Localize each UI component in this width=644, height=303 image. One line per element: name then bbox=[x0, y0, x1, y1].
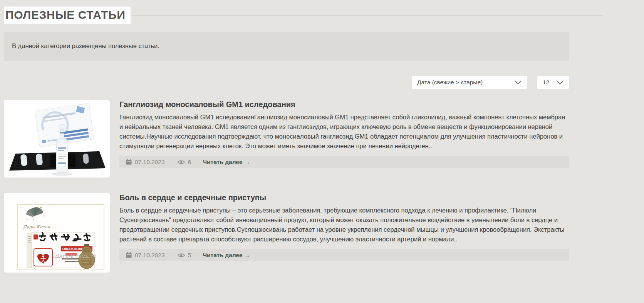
read-more-link[interactable]: Читать далее → bbox=[203, 252, 250, 259]
page-title: ПОЛЕЗНЫЕ СТАТЬИ bbox=[4, 7, 131, 24]
eye-icon bbox=[178, 160, 185, 164]
article-content: Ганглиозид моносиаловый GM1 иследования … bbox=[119, 100, 569, 177]
eye-icon bbox=[178, 253, 185, 258]
article-excerpt: Ганглиозид моносиаловый GM1 иследованияГ… bbox=[119, 112, 569, 151]
article-row-partial bbox=[4, 297, 569, 303]
article-meta-bar: 07.10.2023 5 Читать далее → bbox=[119, 249, 569, 261]
category-description-text: В данной категории размещены полезные ст… bbox=[12, 42, 159, 49]
photo-watermark-text: dary-kitaya.ru bbox=[55, 253, 97, 260]
dary-kitaya-logo-text: Дары Китая bbox=[23, 224, 50, 229]
publish-date-text: 07.10.2023 bbox=[135, 252, 165, 259]
sort-select[interactable]: Дата (свежие > старые) bbox=[412, 76, 527, 89]
publish-date-text: 07.10.2023 bbox=[135, 159, 165, 166]
calendar-icon bbox=[126, 252, 132, 258]
sort-select-value: Дата (свежие > старые) bbox=[417, 79, 515, 86]
read-more-link[interactable]: Читать далее → bbox=[203, 159, 250, 166]
views-count-text: 5 bbox=[188, 252, 191, 259]
article-thumbnail-gm1[interactable] bbox=[4, 100, 110, 177]
publish-date: 07.10.2023 bbox=[126, 252, 165, 259]
ampoules-product-photo bbox=[4, 100, 110, 177]
article-row-gm1: Ганглиозид моносиаловый GM1 иследования … bbox=[4, 100, 569, 186]
per-page-select-value: 12 bbox=[543, 79, 557, 86]
article-meta-bar: 07.10.2023 6 Читать далее → bbox=[119, 156, 569, 168]
article-thumbnail-heart[interactable]: Дары Китая bbox=[4, 193, 110, 273]
suxiao-jiuxin-product-photo: Дары Китая bbox=[4, 193, 110, 273]
list-toolbar: Дата (свежие > старые) 12 bbox=[4, 76, 569, 89]
views-counter: 6 bbox=[178, 159, 191, 166]
article-list: Ганглиозид моносиаловый GM1 иследования … bbox=[4, 100, 569, 303]
useful-articles-page: ПОЛЕЗНЫЕ СТАТЬИ В данной категории разме… bbox=[0, 7, 644, 303]
article-title[interactable]: Боль в сердце и сердечные приступы bbox=[119, 193, 569, 202]
article-excerpt: Боль в сердце и сердечные приступы – это… bbox=[119, 206, 569, 244]
views-counter: 5 bbox=[178, 252, 191, 259]
publish-date: 07.10.2023 bbox=[126, 159, 165, 166]
calendar-icon bbox=[126, 159, 132, 165]
page-header: ПОЛЕЗНЫЕ СТАТЬИ bbox=[4, 7, 603, 24]
box-latin-name-text: UXIAOJIUXIN bbox=[62, 247, 85, 251]
chevron-down-icon bbox=[557, 80, 564, 84]
article-title[interactable]: Ганглиозид моносиаловый GM1 иследования bbox=[119, 100, 569, 109]
chevron-down-icon bbox=[515, 80, 522, 84]
category-description-panel: В данной категории размещены полезные ст… bbox=[4, 32, 569, 61]
article-row-heart: Дары Китая bbox=[4, 186, 569, 297]
views-count-text: 6 bbox=[188, 159, 191, 166]
title-divider bbox=[131, 15, 603, 16]
per-page-select[interactable]: 12 bbox=[537, 76, 569, 89]
article-content: Боль в сердце и сердечные приступы Боль … bbox=[119, 193, 569, 273]
